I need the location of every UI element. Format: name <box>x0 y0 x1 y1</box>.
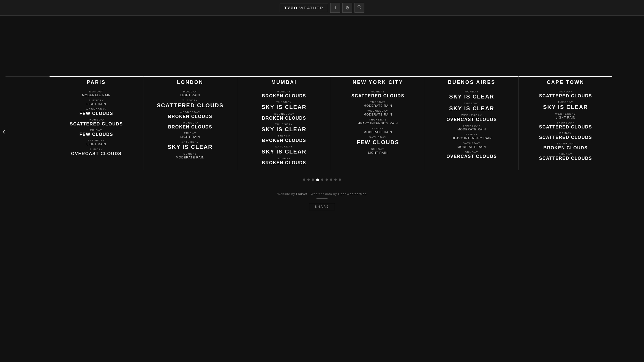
carousel-dot[interactable] <box>339 179 341 181</box>
day-label: SUNDAY <box>245 157 323 160</box>
day-block: WEDNESDAYOVERCAST CLOUDS <box>433 114 510 122</box>
city-name: NEW YORK CITY <box>339 79 416 85</box>
day-block: TUESDAYSKY IS CLEAR <box>433 102 510 112</box>
search-icon <box>357 5 362 10</box>
day-block: SATURDAYSKY IS CLEAR <box>152 141 229 150</box>
day-block: FRIDAYHEAVY INTENSITY RAIN <box>433 133 510 140</box>
day-block: WEDNESDAYFEW CLOUDS <box>58 108 135 116</box>
carousel-dot[interactable] <box>312 179 314 181</box>
weather-description: MODERATE RAIN <box>339 104 416 107</box>
day-label: THURSDAY <box>58 118 135 121</box>
weather-description: HEAVY INTENSITY RAIN <box>433 136 510 140</box>
day-block: TUESDAYSKY IS CLEAR <box>245 101 323 110</box>
day-block: MONDAYSCATTERED CLOUDS <box>527 90 604 98</box>
day-label: SATURDAY <box>58 139 135 142</box>
day-label: THURSDAY <box>152 121 229 124</box>
day-label: SUNDAY <box>527 153 604 155</box>
day-label: MONDAY <box>433 90 510 93</box>
weather-carousel: ‹ CLOUDSNEARCLOUDSW PARISMONDAYMODERATE … <box>0 76 644 187</box>
day-block: WEDNESDAYMODERATE RAIN <box>339 109 416 116</box>
weather-description: MODERATE RAIN <box>433 145 510 149</box>
info-button[interactable]: ℹ <box>330 3 340 13</box>
day-label: SUNDAY <box>433 151 510 153</box>
weather-description: OVERCAST CLOUDS <box>433 117 510 122</box>
day-block: SUNDAYMODERATE RAIN <box>152 152 229 159</box>
weather-description: MODERATE RAIN <box>433 128 510 131</box>
weather-description: SCATTERED CLOUDS <box>527 135 604 140</box>
weather-description: SCATTERED CLOUDS <box>527 94 604 98</box>
settings-button[interactable]: ⚙ <box>342 3 352 13</box>
share-button[interactable]: SHARE <box>309 203 335 210</box>
footer-divider <box>316 198 328 199</box>
day-label: WEDNESDAY <box>58 108 135 111</box>
day-block: THURSDAYMODERATE RAIN <box>433 124 510 131</box>
weather-description: SCATTERED CLOUDS <box>339 94 416 98</box>
weather-description: SKY IS CLEAR <box>433 94 510 100</box>
day-block: THURSDAYSCATTERED CLOUDS <box>527 121 604 130</box>
day-label: MONDAY <box>527 90 604 93</box>
weather-description: SKY IS CLEAR <box>433 105 510 112</box>
day-label: FRIDAY <box>527 132 604 135</box>
day-label: TUESDAY <box>152 99 229 102</box>
day-label: TUESDAY <box>433 102 510 105</box>
carousel-dots <box>0 179 644 187</box>
day-block: WEDNESDAYLIGHT RAIN <box>527 113 604 119</box>
carousel-dot[interactable] <box>316 179 319 181</box>
day-block: SUNDAYSCATTERED CLOUDS <box>527 153 604 161</box>
day-label: SATURDAY <box>245 145 323 148</box>
carousel-dot[interactable] <box>321 179 323 181</box>
carousel-dot[interactable] <box>330 179 332 181</box>
weather-description: SCATTERED CLOUDS <box>527 125 604 130</box>
website-link[interactable]: Flarvet <box>296 192 307 196</box>
day-block: THURSDAYHEAVY INTENSITY RAIN <box>339 118 416 125</box>
weather-description: BROKEN CLOUDS <box>245 138 323 143</box>
day-label: TUESDAY <box>339 101 416 103</box>
day-label: SATURDAY <box>152 141 229 143</box>
day-block: WEDNESDAYBROKEN CLOUDS <box>245 113 323 121</box>
day-label: FRIDAY <box>152 132 229 135</box>
day-label: SATURDAY <box>339 136 416 139</box>
weather-data-link[interactable]: OpenWeatherMap <box>338 192 367 196</box>
title-typo: TYPO <box>284 6 298 10</box>
day-block: SUNDAYOVERCAST CLOUDS <box>58 148 135 156</box>
city-name: CAPE TOWN <box>527 79 604 85</box>
carousel-dot[interactable] <box>307 179 310 181</box>
day-label: THURSDAY <box>339 118 416 121</box>
day-label: THURSDAY <box>433 124 510 127</box>
svg-line-1 <box>360 8 361 9</box>
carousel-dot[interactable] <box>303 179 305 181</box>
weather-description: SKY IS CLEAR <box>245 104 323 110</box>
weather-description: SKY IS CLEAR <box>245 149 323 155</box>
day-label: MONDAY <box>152 90 229 93</box>
weather-description: MODERATE RAIN <box>58 94 135 97</box>
weather-description: BROKEN CLOUDS <box>152 114 229 119</box>
weather-description: OVERCAST CLOUDS <box>433 154 510 159</box>
day-label: FRIDAY <box>433 133 510 136</box>
search-button[interactable] <box>354 3 364 13</box>
city-name: LONDON <box>152 79 229 85</box>
day-label: TUESDAY <box>58 99 135 102</box>
weather-description: BROKEN CLOUDS <box>152 125 229 130</box>
carousel-dot[interactable] <box>334 179 337 181</box>
carousel-track: CLOUDSNEARCLOUDSW PARISMONDAYMODERATE RA… <box>0 76 644 170</box>
day-label: FRIDAY <box>339 127 416 130</box>
website-label: Website by <box>277 192 295 196</box>
day-label: TUESDAY <box>527 101 604 103</box>
day-block: SUNDAYBROKEN CLOUDS <box>245 157 323 165</box>
day-block: SATURDAYMODERATE RAIN <box>433 142 510 149</box>
day-label: SATURDAY <box>433 142 510 145</box>
footer-separator: · <box>309 192 310 196</box>
city-name: MUMBAI <box>245 79 323 85</box>
day-block: THURSDAYSCATTERED CLOUDS <box>58 118 135 127</box>
day-block: SUNDAYOVERCAST CLOUDS <box>433 151 510 159</box>
carousel-dot[interactable] <box>326 179 328 181</box>
weather-description: LIGHT RAIN <box>152 135 229 138</box>
weather-description: BROKEN CLOUDS <box>245 94 323 98</box>
day-label: WEDNESDAY <box>339 109 416 112</box>
day-block: TUESDAYSKY IS CLEAR <box>527 101 604 110</box>
app-footer: Website by Flarvet · Weather data by Ope… <box>0 187 644 216</box>
weather-description: SKY IS CLEAR <box>152 144 229 150</box>
day-label: SUNDAY <box>339 148 416 150</box>
day-label: MONDAY <box>58 90 135 93</box>
carousel-prev-button[interactable]: ‹ <box>3 127 5 136</box>
